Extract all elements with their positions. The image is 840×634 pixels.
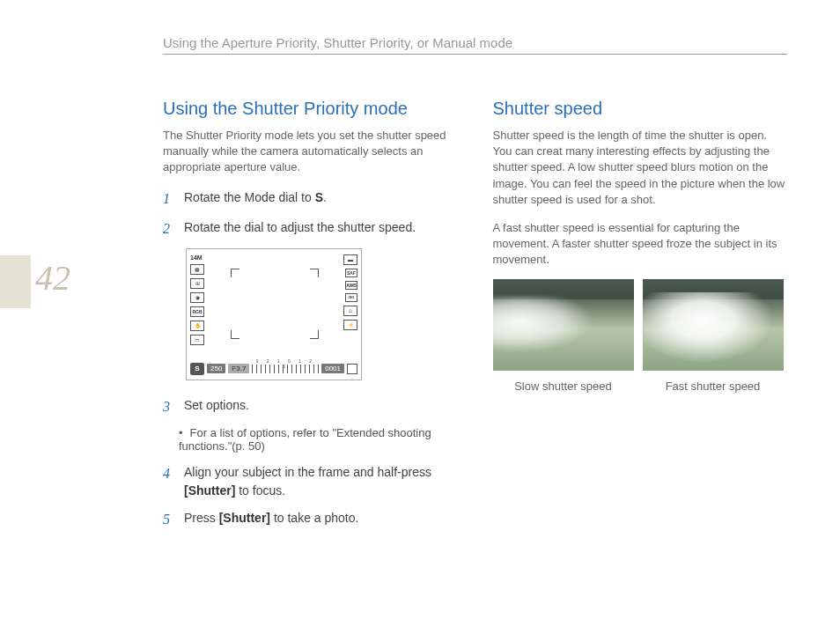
step-bold: [Shutter]: [219, 511, 270, 525]
step-3-bullet: For a list of options, refer to "Extende…: [179, 426, 458, 453]
step-text: Set options.: [184, 398, 249, 412]
step-text: Rotate the Mode dial to: [184, 190, 315, 204]
shutter-speed-para1: Shutter speed is the length of time the …: [493, 128, 788, 208]
step-bold: S: [315, 190, 323, 204]
shutter-speed-para2: A fast shutter speed is essential for ca…: [493, 220, 788, 269]
intro-paragraph: The Shutter Priority mode lets you set t…: [163, 128, 458, 176]
step-number: 2: [163, 218, 175, 240]
page-number-block: [0, 255, 31, 308]
page-number: 42: [35, 257, 70, 299]
face-detect-icon: ☺: [343, 306, 357, 316]
step-text: Align your subject in the frame and half…: [184, 465, 431, 479]
lcd-aperture-value: F3.7: [228, 364, 249, 373]
step-1: 1 Rotate the Mode dial to S.: [163, 188, 458, 210]
step-bold: [Shutter]: [184, 483, 235, 498]
section-heading-shutter-priority: Using the Shutter Priority mode: [163, 99, 458, 119]
awb-icon: AWB: [345, 281, 357, 290]
metering-icon: ◉: [190, 292, 204, 303]
photo-fast-shutter: [643, 279, 784, 371]
grid-icon: ⊞: [190, 278, 204, 289]
rgb-icon: RGB: [190, 306, 204, 317]
step-5: 5 Press [Shutter] to take a photo.: [163, 509, 458, 530]
caption-fast-shutter: Fast shutter speed: [643, 380, 784, 393]
step-4: 4 Align your subject in the frame and ha…: [163, 463, 458, 500]
quality-icon: ▦: [190, 264, 204, 275]
left-column: Using the Shutter Priority mode The Shut…: [163, 99, 458, 539]
battery-icon: ▬: [343, 254, 357, 265]
flash-icon: ⚡: [343, 320, 357, 330]
lcd-counter: 0001: [321, 364, 344, 373]
page-header: Using the Aperture Priority, Shutter Pri…: [163, 35, 512, 50]
step-number: 4: [163, 463, 175, 500]
step-3: 3 Set options.: [163, 396, 458, 417]
step-post: to focus.: [235, 483, 285, 498]
step-text: Rotate the dial to adjust the shutter sp…: [184, 220, 416, 234]
lcd-shutter-value: 250: [207, 364, 225, 373]
step-text: Press: [184, 511, 219, 525]
saf-icon: SAF: [345, 269, 357, 277]
lcd-mode-badge: S: [190, 363, 204, 375]
photo-slow-shutter: [493, 279, 634, 371]
camera-lcd-screenshot: 14M ▦ ⊞ ◉ RGB ✋ ▭ ▬ SAF AWB ISO ☺ ⚡: [186, 248, 362, 380]
step-number: 3: [163, 396, 175, 417]
step-2: 2 Rotate the dial to adjust the shutter …: [163, 218, 458, 240]
stabilization-icon: ✋: [190, 321, 204, 331]
drive-icon: ▭: [190, 335, 204, 345]
iso-icon: ISO: [345, 293, 357, 302]
step-post: to take a photo.: [270, 511, 358, 525]
step-number: 5: [163, 509, 175, 530]
step-number: 1: [163, 188, 175, 210]
caption-slow-shutter: Slow shutter speed: [493, 380, 634, 393]
storage-icon: [347, 364, 357, 374]
step-post: .: [323, 190, 327, 204]
exposure-ruler: [252, 365, 319, 373]
section-heading-shutter-speed: Shutter speed: [493, 99, 788, 119]
focus-brackets: [231, 269, 319, 339]
right-column: Shutter speed Shutter speed is the lengt…: [493, 99, 788, 539]
lcd-image-size: 14M: [190, 254, 204, 261]
